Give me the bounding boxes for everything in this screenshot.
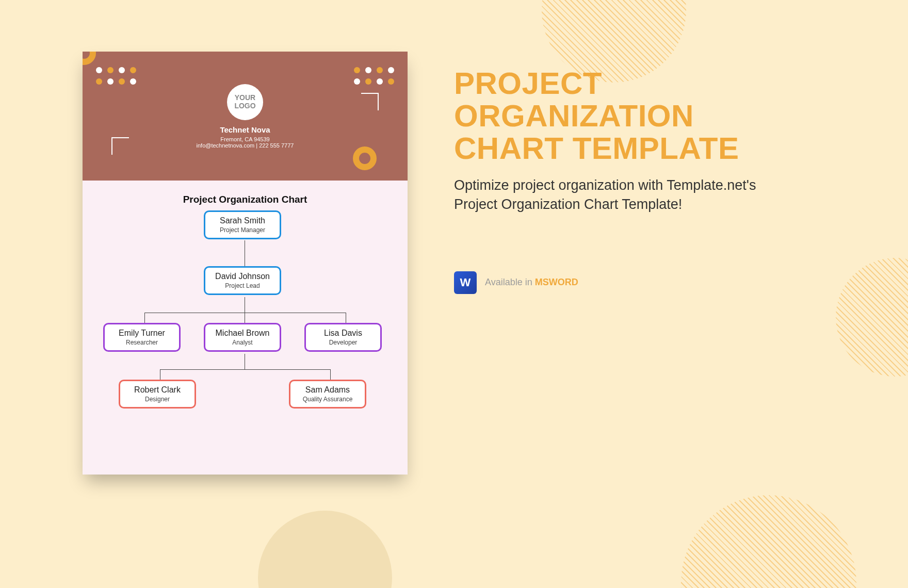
promo-description: Optimize project organization with Templ…: [454, 176, 774, 215]
title-line: ORGANIZATION: [454, 99, 694, 133]
node-name: Sarah Smith: [208, 216, 277, 225]
node-role: Designer: [123, 396, 191, 403]
company-logo: YOUR LOGO: [227, 84, 263, 120]
node-role: Developer: [309, 339, 377, 346]
company-contact: info@technetnova.com | 222 555 7777: [197, 142, 294, 149]
promo-panel: PROJECT ORGANIZATION CHART TEMPLATE Opti…: [454, 67, 774, 294]
node-name: Sam Adams: [294, 385, 362, 395]
template-preview: YOUR LOGO Technet Nova Fremont, CA 94539…: [83, 52, 408, 475]
node-name: Lisa Davis: [309, 329, 377, 338]
org-node-designer: Robert Clark Designer: [119, 380, 196, 409]
logo-text: YOUR LOGO: [227, 94, 263, 110]
node-role: Quality Assurance: [294, 396, 362, 403]
node-name: David Johnson: [208, 272, 277, 281]
promo-title: PROJECT ORGANIZATION CHART TEMPLATE: [454, 67, 774, 165]
org-node-developer: Lisa Davis Developer: [304, 323, 382, 352]
node-name: Michael Brown: [208, 329, 277, 338]
decorative-circle: [258, 511, 392, 588]
org-node-project-lead: David Johnson Project Lead: [204, 266, 281, 295]
available-formats: Available in MSWORD: [454, 271, 774, 294]
preview-header: YOUR LOGO Technet Nova Fremont, CA 94539…: [83, 52, 408, 181]
available-label: Available in: [485, 277, 532, 287]
node-role: Project Lead: [208, 282, 277, 289]
title-line: CHART TEMPLATE: [454, 131, 739, 166]
node-role: Researcher: [108, 339, 176, 346]
title-line: PROJECT: [454, 66, 602, 101]
org-node-qa: Sam Adams Quality Assurance: [289, 380, 366, 409]
company-address: Fremont, CA 94539: [220, 136, 269, 142]
node-role: Analyst: [208, 339, 277, 346]
company-name: Technet Nova: [220, 125, 270, 134]
node-name: Emily Turner: [108, 329, 176, 338]
decorative-circle: [681, 495, 856, 588]
org-node-analyst: Michael Brown Analyst: [204, 323, 281, 352]
org-chart: Sarah Smith Project Manager David Johnso…: [83, 210, 408, 453]
available-format: MSWORD: [535, 277, 578, 287]
org-node-project-manager: Sarah Smith Project Manager: [204, 210, 281, 239]
msword-icon: [454, 271, 477, 294]
chart-title: Project Organization Chart: [83, 194, 408, 205]
node-role: Project Manager: [208, 226, 277, 234]
node-name: Robert Clark: [123, 385, 191, 395]
org-node-researcher: Emily Turner Researcher: [103, 323, 181, 352]
